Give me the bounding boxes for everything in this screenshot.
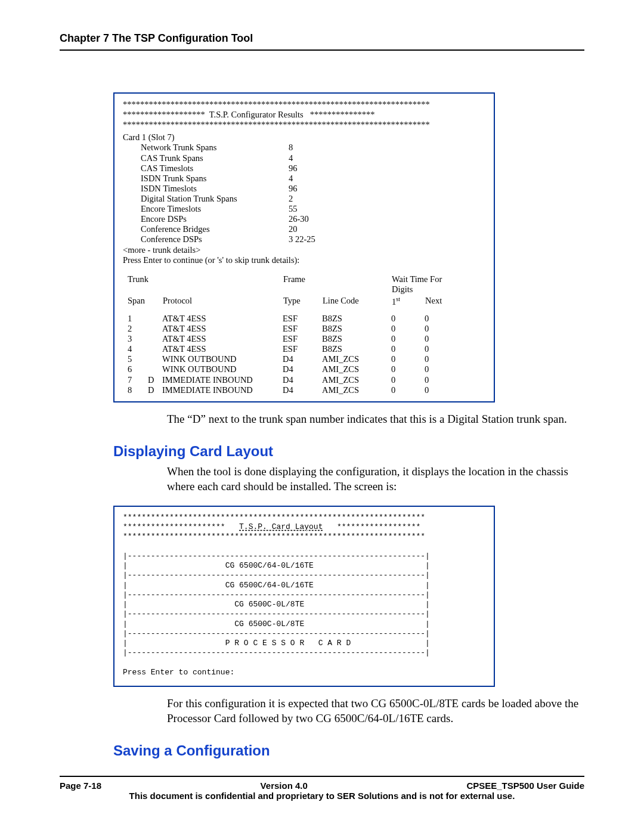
footer-confidential: This document is confidential and propri… [60,791,584,801]
cell-proto: AT&T 4ESS [162,334,283,344]
footer-page: Page 7-18 [60,781,101,791]
cell-w2: 0 [425,364,464,374]
cell-w2: 0 [425,375,464,385]
cell-ftype: D4 [283,375,322,385]
trunk-row: 6WINK OUTBOUNDD4AMI_ZCS00 [123,364,464,374]
spec-value: 55 [289,204,320,214]
trunk-row: 8DIMMEDIATE INBOUNDD4AMI_ZCS00 [123,385,464,395]
hdr-trunk: Trunk [123,274,162,295]
cell-flag [148,324,162,334]
separator-line: ****************************************… [123,100,485,110]
trunk-row: 2AT&T 4ESSESFB8ZS00 [123,324,464,334]
paragraph-d-note: The “D” next to the trunk span number in… [167,412,584,427]
separator-line: ****************************************… [123,120,485,130]
spec-label: Conference Bridges [141,224,289,234]
cell-lcode: AMI_ZCS [322,364,391,374]
more-line: <more - trunk details> [123,245,485,255]
cell-flag [148,314,162,324]
cell-proto: AT&T 4ESS [162,324,283,334]
cell-flag: D [148,375,162,385]
spacer-row [123,308,464,314]
cell-ftype: D4 [283,385,322,395]
layout-row: | CG 6500C-0L/8TE | [123,600,430,609]
press-enter: Press Enter to continue: [123,668,234,677]
hdr-frame: Frame [283,274,391,295]
cell-lcode: AMI_ZCS [322,385,391,395]
cell-proto: AT&T 4ESS [162,314,283,324]
spec-label: ISDN Trunk Spans [141,174,289,184]
hdr-proto: Protocol [162,295,283,308]
cell-span: 4 [123,344,148,354]
cell-span: 6 [123,364,148,374]
spec-label: Encore Timeslots [141,204,289,214]
spec-value: 4 [289,153,320,163]
div: |---------------------------------------… [123,609,430,618]
div: |---------------------------------------… [123,571,430,580]
spec-value: 2 [289,194,320,204]
sep: ****************************************… [123,532,425,541]
hdr-line: Line Code [322,295,391,308]
cell-w1: 0 [391,334,425,344]
cell-w2: 0 [425,354,464,364]
cell-lcode: AMI_ZCS [322,354,391,364]
cell-w2: 0 [425,324,464,334]
cell-proto: IMMEDIATE INBOUND [162,375,283,385]
spec-row: CAS Trunk Spans4 [141,153,320,163]
cell-span: 5 [123,354,148,364]
layout-row: | CG 6500C/64-0L/16TE | [123,561,430,570]
spec-label: CAS Trunk Spans [141,153,289,163]
configurator-results-box: ****************************************… [113,92,495,402]
card-slot-line: Card 1 (Slot 7) [123,132,485,143]
layout-title-left: ********************** [123,522,239,531]
spec-row: CAS Timeslots96 [141,163,320,174]
spec-value: 4 [289,174,320,184]
cell-span: 3 [123,334,148,344]
cell-flag [148,364,162,374]
hdr-wait: Wait Time For Digits [391,274,464,295]
page-footer: Page 7-18 Version 4.0 CPSEE_TSP500 User … [60,776,584,801]
spec-row: Conference Bridges20 [141,224,320,234]
cell-flag [148,354,162,364]
cell-w2: 0 [425,314,464,324]
cell-w1: 0 [391,375,425,385]
cell-w1: 0 [391,385,425,395]
layout-row: | P R O C E S S O R C A R D | [123,639,430,648]
spec-label: ISDN Timeslots [141,184,289,194]
cell-w1: 0 [391,314,425,324]
heading-saving-configuration: Saving a Configuration [113,742,584,759]
cell-span: 2 [123,324,148,334]
cell-lcode: B8ZS [322,334,391,344]
div: |---------------------------------------… [123,552,430,561]
paragraph-layout-intro: When the tool is done displaying the con… [167,465,584,494]
spec-value: 20 [289,224,320,234]
configurator-title-line: ******************* T.S.P. Configurator … [123,110,485,120]
spec-value: 96 [289,163,320,174]
press-line: Press Enter to continue (or 's' to skip … [123,255,485,265]
cell-proto: WINK OUTBOUND [162,364,283,374]
cell-w1: 0 [391,344,425,354]
spec-label: Network Trunk Spans [141,143,289,153]
card-spec-table: Network Trunk Spans8 CAS Trunk Spans4 CA… [141,143,320,244]
spec-value: 8 [289,143,320,153]
div: |---------------------------------------… [123,629,430,638]
footer-guide: CPSEE_TSP500 User Guide [466,781,584,791]
cell-proto: IMMEDIATE INBOUND [162,385,283,395]
trunk-table: Trunk Frame Wait Time For Digits Span Pr… [123,274,464,395]
spec-value: 3 22-25 [289,234,320,244]
cell-ftype: D4 [283,364,322,374]
footer-version: Version 4.0 [261,781,308,791]
trunk-header-row: Trunk Frame Wait Time For Digits [123,274,464,295]
hdr-span: Span [123,295,148,308]
spec-value: 96 [289,184,320,194]
cell-w1: 0 [391,324,425,334]
trunk-row: 3AT&T 4ESSESFB8ZS00 [123,334,464,344]
spec-row: Digital Station Trunk Spans2 [141,194,320,204]
trunk-header-row2: Span Protocol Type Line Code 1st Next [123,295,464,308]
trunk-row: 1AT&T 4ESSESFB8ZS00 [123,314,464,324]
spec-row: Network Trunk Spans8 [141,143,320,153]
hdr-type: Type [283,295,322,308]
layout-row: | CG 6500C/64-0L/16TE | [123,581,430,590]
cell-flag: D [148,385,162,395]
cell-lcode: AMI_ZCS [322,375,391,385]
sep: ****************************************… [123,513,425,522]
